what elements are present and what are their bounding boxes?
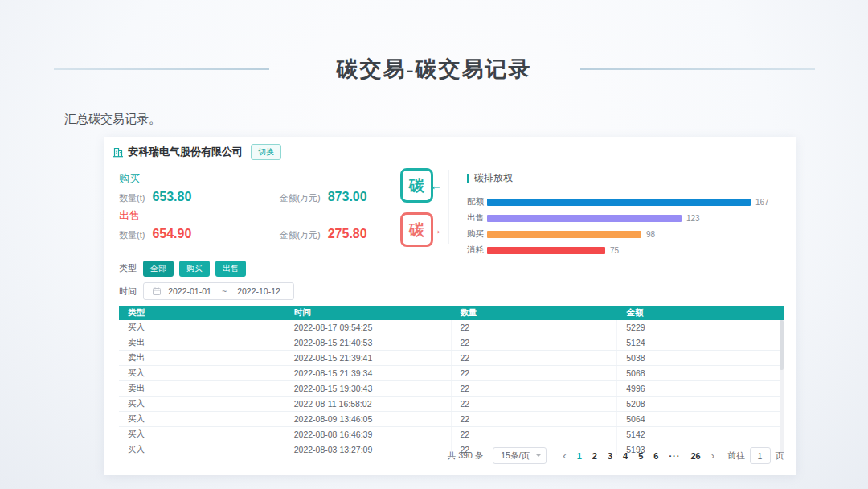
table-row: 买入2022-08-09 13:46:05225064 [119,412,784,427]
type-filter-button-2[interactable]: 购买 [179,261,210,277]
type-filter-button-3[interactable]: 出售 [215,261,246,277]
company-header: 安科瑞电气股份有限公司 切换 [104,137,796,166]
sell-qty-label: 数量(t) [119,229,145,241]
emission-rights-chart: 碳排放权 配额167出售123购买98消耗75 [449,166,781,253]
cell-qty: 22 [452,320,618,335]
cell-qty: 22 [452,381,618,396]
summary-section: 购买 数量(t) 653.80 金额(万元) 873.00 出售 数量(t) 6… [104,166,796,253]
buy-qty-value: 653.80 [152,190,229,204]
bar-category-label: 消耗 [467,244,487,256]
trade-stats: 购买 数量(t) 653.80 金额(万元) 873.00 出售 数量(t) 6… [119,166,448,253]
column-header: 数量 [452,306,618,320]
bar-segment [487,215,682,222]
page-button-26[interactable]: 26 [690,451,700,461]
buy-amount-label: 金额(万元) [279,192,320,204]
time-filter-label: 时间 [119,286,138,298]
bar-category-label: 购买 [467,228,487,240]
cell-amount: 5208 [617,397,784,411]
page-button-6[interactable]: 6 [653,451,658,461]
cell-time: 2022-08-08 16:46:39 [285,427,452,442]
table-row: 买入2022-08-08 16:46:39225142 [119,427,784,442]
cell-time: 2022-08-11 16:58:02 [285,397,452,411]
building-icon [113,146,124,158]
table-row: 卖出2022-08-15 21:40:53225124 [119,335,784,351]
goto-label: 前往 [728,450,745,462]
column-header: 金额 [617,306,784,320]
cell-time: 2022-08-17 09:54:25 [285,320,452,335]
chevron-down-icon [536,454,541,459]
table-header: 类型时间数量金额 [119,306,784,320]
bar-segment [487,247,605,254]
date-range-picker[interactable]: 2022-01-01 ~ 2022-10-12 [143,282,294,300]
bar-row-3: 购买98 [467,226,781,242]
bar-row-1: 配额167 [467,194,781,210]
bar-chart-rows: 配额167出售123购买98消耗75 [467,194,781,258]
chart-title: 碳排放权 [467,171,781,185]
next-page-button[interactable]: › [711,450,714,461]
page-button-1[interactable]: 1 [577,451,582,461]
cell-type: 买入 [119,397,285,411]
cell-type: 买入 [119,442,285,455]
goto-suffix: 页 [776,450,784,462]
date-start-value[interactable]: 2022-01-01 [163,286,216,296]
pagination: 共 390 条 15条/页 ‹ 123456···26 › 前往 页 [448,447,784,464]
cell-qty: 22 [452,351,618,365]
cell-amount: 4996 [617,381,784,396]
prev-page-button[interactable]: ‹ [563,450,566,461]
chart-title-text: 碳排放权 [474,171,513,185]
page-button-2[interactable]: 2 [592,451,597,461]
total-count-label: 共 390 条 [448,450,483,462]
bar-row-4: 消耗75 [467,242,781,258]
page-button-5[interactable]: 5 [638,451,643,461]
carbon-char: 碳 [409,175,424,196]
switch-company-button[interactable]: 切换 [251,144,281,160]
bar-segment [487,231,641,238]
bar-segment [487,199,751,206]
table-row: 卖出2022-08-15 21:39:41225038 [119,351,784,366]
cell-time: 2022-08-03 13:27:09 [285,442,452,455]
title-marker [467,174,469,183]
page-buttons: 123456···26 [571,451,706,461]
cell-time: 2022-08-15 21:39:34 [285,366,452,380]
type-filter-button-1[interactable]: 全部 [143,261,174,277]
page-title: 碳交易-碳交易记录 [337,55,532,84]
arrow-right-icon: → [430,223,442,236]
page-size-value: 15条/页 [501,450,530,462]
buy-stat-block: 购买 数量(t) 653.80 金额(万元) 873.00 [119,166,448,203]
slide: 碳交易-碳交易记录 汇总碳交易记录。 安科瑞电气股份有限公司 切换 购买 数量(… [0,0,868,489]
cell-amount: 5124 [617,335,784,350]
goto-page-input[interactable] [750,447,771,464]
bar-value-label: 75 [610,246,619,255]
cell-type: 买入 [119,366,285,380]
column-header: 类型 [119,306,285,320]
calendar-icon [152,286,162,296]
cell-amount: 5142 [617,427,784,442]
date-separator: ~ [216,286,232,296]
carbon-char: 碳 [409,220,424,240]
bar-value-label: 98 [646,230,655,239]
title-divider-right [580,68,815,70]
cell-amount: 5064 [617,412,784,426]
main-card: 安科瑞电气股份有限公司 切换 购买 数量(t) 653.80 金额(万元) 87… [104,137,796,475]
carbon-out-icon: 碳 → [400,212,433,247]
page-size-select[interactable]: 15条/页 [493,447,547,464]
column-header: 时间 [285,306,452,320]
page-ellipsis: ··· [669,451,680,461]
table-row: 买入2022-08-11 16:58:02225208 [119,397,784,412]
page-button-3[interactable]: 3 [608,451,612,461]
cell-type: 买入 [119,427,285,442]
cell-type: 买入 [119,320,285,335]
sell-amount-label: 金额(万元) [279,229,320,241]
date-end-value[interactable]: 2022-10-12 [232,286,285,296]
cell-amount: 5229 [617,320,784,335]
cell-qty: 22 [452,412,618,426]
table-scrollbar[interactable] [780,320,784,455]
cell-type: 卖出 [119,335,285,350]
scrollbar-thumb[interactable] [780,320,784,370]
cell-type: 买入 [119,412,285,426]
page-button-4[interactable]: 4 [623,451,628,461]
buy-section-title: 购买 [119,171,448,186]
sell-stat-block: 出售 数量(t) 654.90 金额(万元) 275.80 [119,203,448,240]
records-table: 类型时间数量金额 买入2022-08-17 09:54:25225229卖出20… [119,306,784,455]
sell-amount-value: 275.80 [328,227,367,241]
